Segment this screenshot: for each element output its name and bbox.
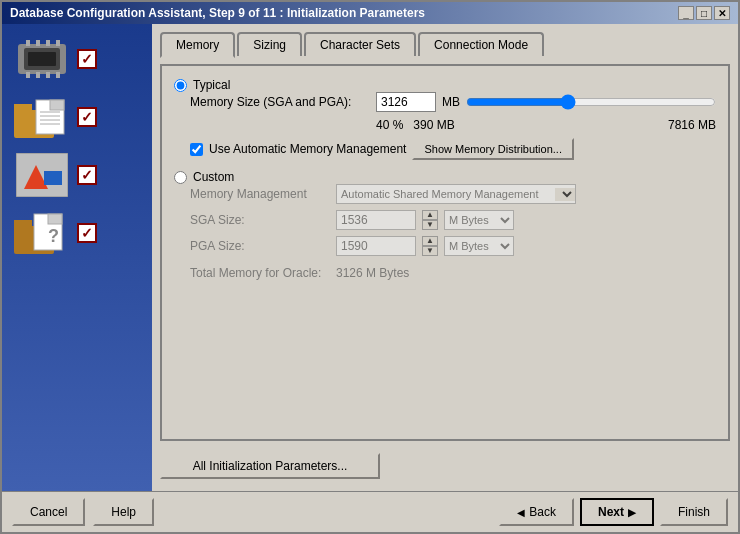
typical-fields: Memory Size (SGA and PGA): MB 40 % 39	[190, 92, 716, 160]
sga-unit-select[interactable]: M Bytes	[444, 210, 514, 230]
memory-mgmt-input	[337, 188, 555, 200]
window-title: Database Configuration Assistant, Step 9…	[10, 6, 425, 20]
tab-memory[interactable]: Memory	[160, 32, 235, 58]
svg-rect-9	[46, 72, 50, 78]
typical-label[interactable]: Typical	[193, 78, 230, 92]
help-button[interactable]: Help	[93, 498, 154, 526]
svg-rect-7	[26, 72, 30, 78]
custom-label[interactable]: Custom	[193, 170, 234, 184]
init-params-section: All Initialization Parameters...	[160, 449, 730, 483]
init-params-button[interactable]: All Initialization Parameters...	[160, 453, 380, 479]
tabs-container: Memory Sizing Character Sets Connection …	[160, 32, 730, 56]
footer-right: ◀ Back Next ▶ Finish	[499, 498, 728, 526]
folder-q-icon-box: ?	[12, 208, 72, 258]
sga-up-btn[interactable]: ▲	[422, 210, 438, 220]
svg-rect-25	[48, 214, 62, 224]
sga-label: SGA Size:	[190, 213, 330, 227]
memory-size-row: Memory Size (SGA and PGA): MB	[190, 92, 716, 112]
right-panel: Memory Sizing Character Sets Connection …	[152, 24, 738, 491]
footer: Cancel Help ◀ Back Next ▶ Finish	[2, 491, 738, 532]
memory-mgmt-label: Memory Management	[190, 187, 330, 201]
pga-input[interactable]	[336, 236, 416, 256]
step-3-item: ✓	[12, 150, 142, 200]
pga-label: PGA Size:	[190, 239, 330, 253]
main-content: ✓	[2, 24, 738, 491]
cancel-button[interactable]: Cancel	[12, 498, 85, 526]
custom-section: Custom Memory Management▼ SGA Size: ▲	[174, 170, 716, 280]
checkmark-icon-4: ✓	[81, 225, 93, 241]
svg-rect-10	[56, 72, 60, 78]
titlebar: Database Configuration Assistant, Step 9…	[2, 2, 738, 24]
svg-rect-12	[14, 104, 32, 112]
finish-button[interactable]: Finish	[660, 498, 728, 526]
checkmark-icon-2: ✓	[81, 109, 93, 125]
maximize-button[interactable]: □	[696, 6, 712, 20]
shapes-icon-box	[12, 150, 72, 200]
typical-section: Typical Memory Size (SGA and PGA): MB	[174, 78, 716, 160]
svg-rect-6	[56, 40, 60, 46]
step-1-item: ✓	[12, 34, 142, 84]
total-label: Total Memory for Oracle:	[190, 266, 330, 280]
step-2-checkbox: ✓	[77, 107, 97, 127]
show-memory-btn[interactable]: Show Memory Distribution...	[412, 138, 574, 160]
folder-q-icon: ?	[12, 208, 72, 258]
percentage-value: 40 %	[376, 118, 403, 132]
typical-radio[interactable]	[174, 79, 187, 92]
left-panel: ✓	[2, 24, 152, 491]
tab-sizing[interactable]: Sizing	[237, 32, 302, 56]
close-button[interactable]: ✕	[714, 6, 730, 20]
step-2-item: ✓	[12, 92, 142, 142]
step-4-checkbox: ✓	[77, 223, 97, 243]
footer-left: Cancel Help	[12, 498, 154, 526]
step-4-item: ? ✓	[12, 208, 142, 258]
shapes-icon	[16, 153, 68, 197]
pga-up-btn[interactable]: ▲	[422, 236, 438, 246]
svg-rect-14	[50, 100, 64, 110]
tab-content-memory: Typical Memory Size (SGA and PGA): MB	[160, 64, 730, 441]
svg-rect-8	[36, 72, 40, 78]
memory-size-input[interactable]	[376, 92, 436, 112]
main-window: Database Configuration Assistant, Step 9…	[0, 0, 740, 534]
svg-rect-3	[26, 40, 30, 46]
total-value: 3126 M Bytes	[336, 266, 409, 280]
radio-group: Typical Memory Size (SGA and PGA): MB	[174, 78, 716, 280]
svg-rect-5	[46, 40, 50, 46]
auto-memory-row: Use Automatic Memory Management Show Mem…	[190, 138, 716, 160]
pga-unit-select[interactable]: M Bytes	[444, 236, 514, 256]
total-row: Total Memory for Oracle: 3126 M Bytes	[190, 266, 716, 280]
folder-docs-icon	[12, 92, 72, 142]
auto-memory-checkbox[interactable]	[190, 143, 203, 156]
custom-radio-row: Custom	[174, 170, 716, 184]
percentage-row: 40 % 390 MB 7816 MB	[376, 118, 716, 132]
chip-icon	[16, 38, 68, 80]
memory-mgmt-row: Memory Management▼	[190, 184, 716, 204]
custom-radio[interactable]	[174, 171, 187, 184]
next-button[interactable]: Next ▶	[580, 498, 654, 526]
memory-slider[interactable]	[466, 95, 716, 109]
tab-character-sets[interactable]: Character Sets	[304, 32, 416, 56]
back-button[interactable]: ◀ Back	[499, 498, 574, 526]
sga-spinner: ▲ ▼	[422, 210, 438, 230]
svg-rect-21	[44, 171, 62, 185]
minimize-button[interactable]: _	[678, 6, 694, 20]
tab-connection-mode[interactable]: Connection Mode	[418, 32, 544, 56]
sga-input[interactable]	[336, 210, 416, 230]
pga-spinner: ▲ ▼	[422, 236, 438, 256]
window-controls: _ □ ✕	[678, 6, 730, 20]
step-1-checkbox: ✓	[77, 49, 97, 69]
memory-mgmt-dropdown[interactable]: ▼	[555, 188, 575, 201]
memory-size-unit: MB	[442, 95, 460, 109]
back-arrow-icon: ◀	[517, 507, 525, 518]
mb-left-value: 390 MB	[413, 118, 454, 132]
sga-down-btn[interactable]: ▼	[422, 220, 438, 230]
next-arrow-icon: ▶	[628, 507, 636, 518]
svg-rect-4	[36, 40, 40, 46]
custom-fields: Memory Management▼ SGA Size: ▲ ▼	[190, 184, 716, 280]
svg-rect-23	[14, 220, 32, 228]
chip-icon-box	[12, 34, 72, 84]
pga-down-btn[interactable]: ▼	[422, 246, 438, 256]
checkmark-icon-3: ✓	[81, 167, 93, 183]
step-3-checkbox: ✓	[77, 165, 97, 185]
auto-memory-label[interactable]: Use Automatic Memory Management	[209, 142, 406, 156]
sga-row: SGA Size: ▲ ▼ M Bytes	[190, 210, 716, 230]
